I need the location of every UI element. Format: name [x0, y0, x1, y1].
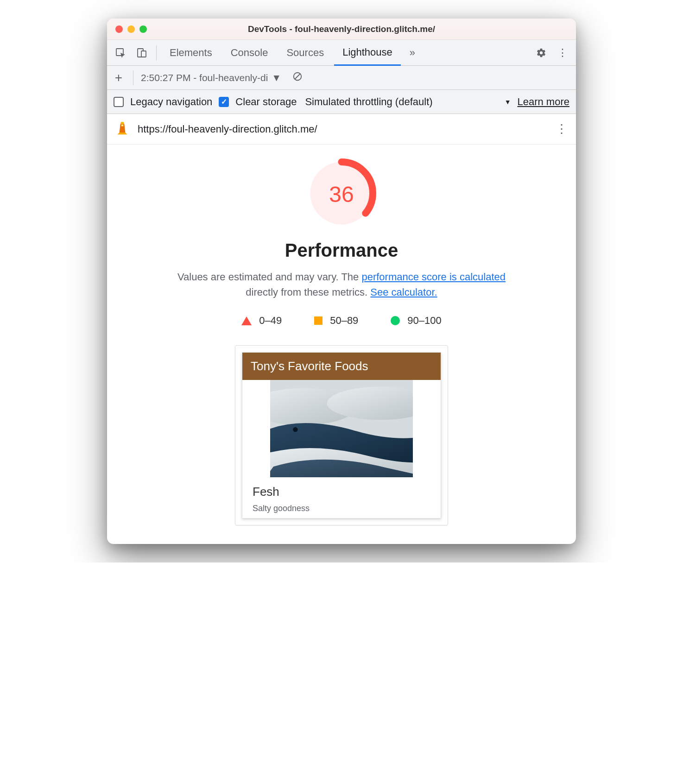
- report-menu-icon[interactable]: ⋮: [556, 122, 569, 136]
- more-tabs-icon[interactable]: »: [403, 43, 422, 63]
- category-title: Performance: [126, 240, 557, 261]
- svg-rect-2: [141, 51, 146, 57]
- zoom-window-button[interactable]: [139, 25, 147, 33]
- titlebar: DevTools - foul-heavenly-direction.glitc…: [107, 19, 576, 40]
- learn-more-label: Learn more: [517, 96, 569, 107]
- report-selector[interactable]: 2:50:27 PM - foul-heavenly-di ▼: [141, 72, 281, 83]
- chevron-down-icon: ▼: [505, 98, 511, 106]
- filmstrip-frame: Tony's Favorite Foods: [235, 345, 448, 525]
- score-description: Values are estimated and may vary. The p…: [165, 269, 518, 300]
- kebab-menu-icon[interactable]: ⋮: [553, 43, 572, 63]
- performance-score: 36: [307, 158, 376, 230]
- tab-label: Elements: [170, 47, 212, 59]
- see-calculator-link[interactable]: See calculator.: [370, 286, 437, 298]
- legacy-navigation-label: Legacy navigation: [130, 96, 212, 108]
- square-icon: [314, 316, 323, 325]
- divider: [133, 70, 133, 85]
- page-preview: Tony's Favorite Foods: [242, 352, 441, 518]
- page-preview-card: Fesh Salty goodness: [242, 477, 441, 518]
- circle-icon: [391, 316, 400, 325]
- report-selector-label: 2:50:27 PM - foul-heavenly-di: [141, 72, 268, 83]
- lighthouse-logo-icon: [114, 120, 130, 139]
- score-calc-link[interactable]: performance score is calculated: [361, 271, 506, 283]
- clear-storage-label: Clear storage: [235, 96, 297, 108]
- new-report-button[interactable]: +: [112, 70, 126, 85]
- lighthouse-options: Legacy navigation Clear storage Simulate…: [107, 90, 576, 114]
- window: DevTools - foul-heavenly-direction.glitc…: [107, 19, 576, 544]
- traffic-lights: [107, 25, 147, 33]
- devtools-tabs: Elements Console Sources Lighthouse » ⋮: [107, 40, 576, 66]
- filmstrip: Tony's Favorite Foods: [126, 345, 557, 525]
- legend-label: 50–89: [330, 315, 358, 327]
- svg-point-11: [293, 427, 298, 432]
- throttling-label: Simulated throttling (default): [305, 96, 432, 108]
- divider: [156, 45, 157, 60]
- chevron-down-icon: ▼: [272, 72, 281, 83]
- page-preview-title: Tony's Favorite Foods: [242, 353, 441, 380]
- tab-label: Console: [231, 47, 268, 59]
- legacy-navigation-checkbox[interactable]: [114, 97, 124, 107]
- device-toolbar-icon[interactable]: [132, 43, 152, 63]
- page-preview-image: [270, 380, 413, 477]
- link-label: See calculator.: [370, 286, 437, 298]
- learn-more-link[interactable]: Learn more: [517, 96, 569, 108]
- legend-label: 0–49: [259, 315, 282, 327]
- tab-label: Lighthouse: [342, 46, 392, 58]
- score-legend: 0–49 50–89 90–100: [126, 315, 557, 327]
- lighthouse-toolbar: + 2:50:27 PM - foul-heavenly-di ▼: [107, 66, 576, 90]
- clear-storage-checkbox[interactable]: [219, 97, 229, 107]
- report-url: https://foul-heavenly-direction.glitch.m…: [138, 123, 548, 135]
- card-subtitle: Salty goodness: [253, 504, 430, 513]
- tab-label: Sources: [286, 47, 324, 59]
- lighthouse-report: 36 Performance Values are estimated and …: [107, 145, 576, 544]
- desc-text: directly from these metrics.: [246, 286, 370, 298]
- inspect-element-icon[interactable]: [111, 43, 130, 63]
- legend-average: 50–89: [314, 315, 358, 327]
- minimize-window-button[interactable]: [127, 25, 135, 33]
- legend-pass: 90–100: [391, 315, 441, 327]
- legend-label: 90–100: [407, 315, 441, 327]
- clear-report-icon[interactable]: [292, 71, 303, 84]
- link-label: performance score is calculated: [361, 271, 506, 283]
- desc-text: Values are estimated and may vary. The: [177, 271, 361, 283]
- performance-gauge: 36: [307, 158, 376, 230]
- report-url-row: https://foul-heavenly-direction.glitch.m…: [107, 114, 576, 145]
- legend-fail: 0–49: [241, 315, 282, 327]
- tab-lighthouse[interactable]: Lighthouse: [334, 40, 401, 66]
- close-window-button[interactable]: [115, 25, 123, 33]
- tab-elements[interactable]: Elements: [161, 40, 221, 65]
- tab-console[interactable]: Console: [222, 40, 277, 65]
- tab-sources[interactable]: Sources: [278, 40, 332, 65]
- triangle-icon: [241, 316, 252, 325]
- svg-rect-5: [121, 124, 123, 126]
- window-title: DevTools - foul-heavenly-direction.glitc…: [107, 24, 576, 34]
- settings-gear-icon[interactable]: [531, 43, 551, 63]
- svg-line-4: [295, 74, 300, 79]
- card-title: Fesh: [253, 485, 430, 499]
